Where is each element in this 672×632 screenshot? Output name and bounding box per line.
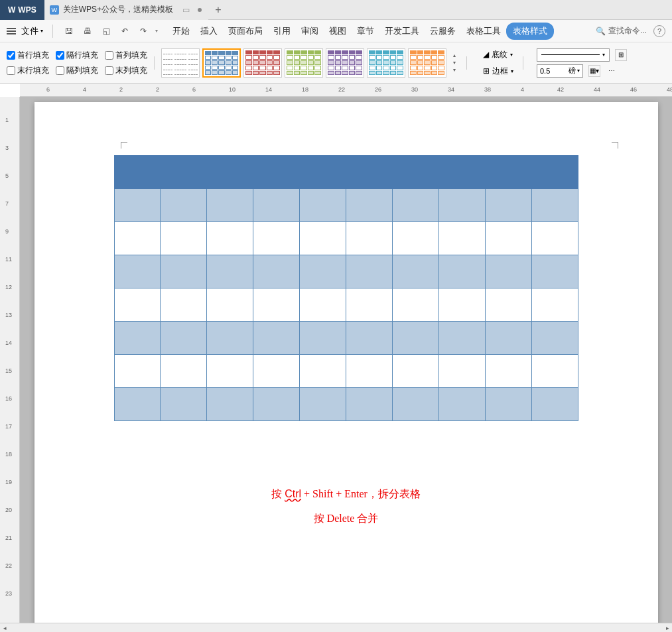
bucket-icon: ◢: [483, 50, 489, 59]
table-style-thumb[interactable]: [243, 48, 282, 78]
ribbon-line: ▾ ⊞ 0.5 磅 ▾ ▦▾ ⋯: [537, 48, 627, 78]
more-icon[interactable]: ⋯: [606, 65, 618, 77]
table-style-thumb[interactable]: [367, 48, 405, 78]
check-隔列填充[interactable]: 隔列填充: [56, 65, 98, 76]
redo-icon[interactable]: ↷: [137, 25, 150, 38]
line-weight-value: 0.5: [540, 67, 550, 75]
help-icon[interactable]: ?: [653, 25, 665, 37]
file-menu[interactable]: 文件 ▾: [21, 25, 43, 37]
wps-logo: W WPS: [0, 0, 44, 20]
search-placeholder: 查找命令...: [608, 25, 647, 36]
chevron-down-icon: ▾: [511, 68, 513, 74]
divider: [466, 56, 467, 70]
line-weight-select[interactable]: 0.5 磅 ▾: [537, 64, 583, 78]
gallery-scroll[interactable]: ▴ ▾ ▾: [449, 52, 460, 73]
search-icon: 🔍: [596, 27, 606, 36]
table-props-icon[interactable]: ⊞: [615, 49, 627, 61]
print-preview-icon[interactable]: ◱: [100, 25, 113, 38]
border-label: 边框: [492, 66, 508, 77]
menu-tab-页面布局[interactable]: 页面布局: [223, 21, 268, 41]
menu-tab-表格样式[interactable]: 表格样式: [506, 23, 554, 40]
check-末行填充[interactable]: 末行填充: [7, 65, 49, 76]
menubar-right: 🔍 查找命令... ?: [596, 25, 665, 37]
table-style-thumb[interactable]: [161, 48, 200, 78]
wps-logo-icon: W: [8, 5, 15, 15]
divider: [154, 56, 155, 70]
menu-tab-插入[interactable]: 插入: [195, 21, 223, 41]
menu-tab-开发工具[interactable]: 开发工具: [379, 21, 425, 41]
checkbox[interactable]: [105, 66, 113, 75]
chevron-up-icon[interactable]: ▴: [453, 52, 456, 58]
menu-left: 文件 ▾ 🖫 🖶 ◱ ↶ ↷ ▾: [7, 25, 158, 38]
style-gallery: [161, 48, 446, 78]
checkbox[interactable]: [56, 51, 64, 60]
menu-bar: 文件 ▾ 🖫 🖶 ◱ ↶ ↷ ▾ 开始插入页面布局引用审阅视图章节开发工具云服务…: [0, 20, 672, 42]
chevron-down-icon: ▾: [510, 52, 513, 58]
save-icon[interactable]: 🖫: [62, 25, 76, 38]
fill-options: 首行填充隔行填充首列填充 末行填充隔列填充末列填充: [7, 50, 147, 76]
search-box[interactable]: 🔍 查找命令...: [596, 25, 647, 36]
menu-tab-章节[interactable]: 章节: [352, 21, 379, 41]
menu-tab-视图[interactable]: 视图: [324, 21, 352, 41]
table-style-thumb[interactable]: [285, 48, 323, 78]
chevron-down-icon[interactable]: ▾: [453, 60, 456, 66]
line-style-select[interactable]: ▾: [537, 48, 610, 62]
ribbon-shading-border: ◢ 底纹 ▾ ⊞ 边框 ▾: [480, 48, 516, 78]
divider: [52, 25, 53, 38]
chevron-down-icon: ▾: [577, 68, 580, 74]
table-style-thumb[interactable]: [326, 48, 364, 78]
line-style-row: ▾ ⊞: [537, 48, 627, 62]
check-label: 首行填充: [17, 50, 49, 61]
menu-tab-审阅[interactable]: 审阅: [296, 21, 324, 41]
check-label: 首列填充: [115, 50, 147, 61]
document-tab[interactable]: W 关注WPS+公众号，送精美模板 ▭: [44, 0, 208, 20]
menu-tab-云服务[interactable]: 云服务: [425, 21, 461, 41]
checkbox[interactable]: [7, 66, 15, 75]
tab-title: 关注WPS+公众号，送精美模板: [63, 4, 173, 15]
hamburger-icon[interactable]: [7, 28, 16, 34]
chevron-down-icon[interactable]: ▾: [453, 67, 456, 73]
app-name: WPS: [18, 5, 36, 15]
print-icon[interactable]: 🖶: [81, 25, 94, 38]
line-unit: 磅: [569, 66, 576, 76]
check-label: 隔行填充: [66, 50, 98, 61]
table-style-thumb[interactable]: [408, 48, 446, 78]
check-隔行填充[interactable]: 隔行填充: [56, 50, 98, 61]
chevron-down-icon[interactable]: ▾: [155, 28, 158, 34]
file-label: 文件: [21, 25, 38, 37]
shading-button[interactable]: ◢ 底纹 ▾: [480, 48, 516, 62]
checkbox[interactable]: [56, 66, 64, 75]
check-label: 末列填充: [115, 65, 147, 76]
check-首列填充[interactable]: 首列填充: [105, 50, 147, 61]
new-tab-button[interactable]: +: [208, 0, 228, 20]
line-preview: [541, 54, 600, 55]
doc-icon: W: [50, 5, 59, 15]
ribbon: 首行填充隔行填充首列填充 末行填充隔列填充末列填充 ▴ ▾ ▾ ◢ 底纹 ▾ ⊞…: [0, 42, 672, 84]
modified-indicator: [198, 8, 202, 12]
presentation-icon: ▭: [182, 5, 190, 15]
check-label: 末行填充: [17, 65, 49, 76]
undo-icon[interactable]: ↶: [118, 25, 131, 38]
checkbox[interactable]: [105, 51, 113, 60]
draw-table-icon[interactable]: ▦▾: [588, 65, 600, 77]
line-weight-row: 0.5 磅 ▾ ▦▾ ⋯: [537, 64, 627, 78]
menu-tab-开始[interactable]: 开始: [167, 21, 195, 41]
check-首行填充[interactable]: 首行填充: [7, 50, 49, 61]
chevron-down-icon: ▾: [40, 28, 43, 34]
check-label: 隔列填充: [66, 65, 98, 76]
chevron-down-icon: ▾: [602, 52, 605, 58]
divider: [523, 56, 523, 70]
checkbox[interactable]: [7, 51, 15, 60]
border-button[interactable]: ⊞ 边框 ▾: [480, 64, 516, 78]
table-style-thumb[interactable]: [202, 48, 241, 78]
check-末列填充[interactable]: 末列填充: [105, 65, 147, 76]
menu-tabs: 开始插入页面布局引用审阅视图章节开发工具云服务表格工具表格样式: [167, 21, 554, 41]
border-icon: ⊞: [483, 66, 490, 76]
menu-tab-表格工具[interactable]: 表格工具: [461, 21, 506, 41]
shading-label: 底纹: [492, 49, 507, 60]
title-bar: W WPS W 关注WPS+公众号，送精美模板 ▭ +: [0, 0, 672, 20]
menu-tab-引用[interactable]: 引用: [268, 21, 296, 41]
horizontal-ruler[interactable]: 642261014182226303438442444648: [20, 84, 672, 97]
